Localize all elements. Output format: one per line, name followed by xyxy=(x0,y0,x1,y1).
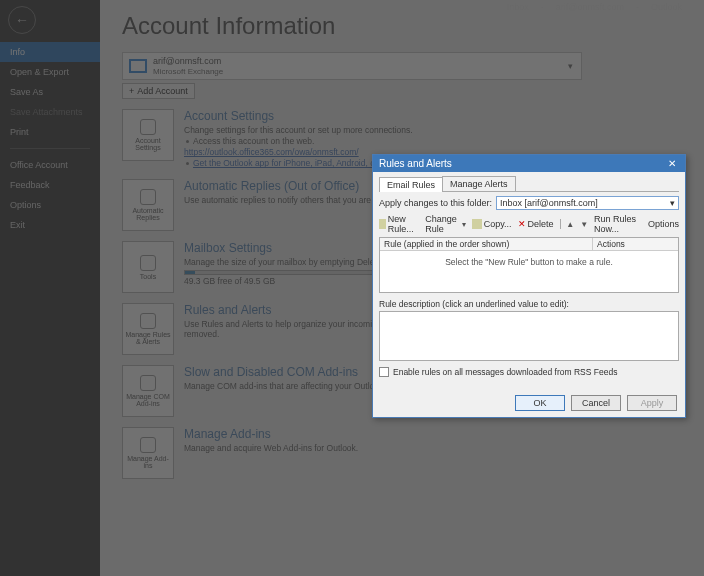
apply-button: Apply xyxy=(627,395,677,411)
tab-manage-alerts[interactable]: Manage Alerts xyxy=(442,176,516,191)
tile-tools[interactable]: Tools xyxy=(122,241,174,293)
plus-icon: + xyxy=(129,86,134,96)
rules-icon xyxy=(140,313,156,329)
options-button[interactable]: Options xyxy=(648,219,679,229)
title-folder: Inbox xyxy=(507,2,529,16)
nav-info[interactable]: Info xyxy=(0,42,100,62)
rules-toolbar: New Rule... Change Rule▾ Copy... ✕Delete… xyxy=(379,214,679,234)
close-icon[interactable]: ✕ xyxy=(665,158,679,169)
cancel-button[interactable]: Cancel xyxy=(571,395,621,411)
tab-email-rules[interactable]: Email Rules xyxy=(379,177,443,192)
tile-rules-alerts[interactable]: Manage Rules & Alerts xyxy=(122,303,174,355)
backstage-sidebar: ← Info Open & Export Save As Save Attach… xyxy=(0,0,100,576)
globe-icon xyxy=(140,437,156,453)
reply-icon xyxy=(140,189,156,205)
chevron-down-icon: ▾ xyxy=(568,61,573,71)
addin-icon xyxy=(140,375,156,391)
nav-office-account[interactable]: Office Account xyxy=(0,155,100,175)
rule-description-label: Rule description (click an underlined va… xyxy=(379,299,679,309)
dialog-titlebar[interactable]: Rules and Alerts ✕ xyxy=(373,155,685,172)
new-rule-button[interactable]: New Rule... xyxy=(379,214,419,234)
account-selector[interactable]: arif@onmsft.com Microsoft Exchange ▾ xyxy=(122,52,582,80)
tile-com-addins[interactable]: Manage COM Add-ins xyxy=(122,365,174,417)
arrow-left-icon: ← xyxy=(15,12,29,28)
chevron-down-icon: ▾ xyxy=(670,198,675,208)
account-type: Microsoft Exchange xyxy=(153,67,223,77)
nav-save-attachments: Save Attachments xyxy=(0,102,100,122)
copy-rule-button[interactable]: Copy... xyxy=(472,219,512,229)
storage-bar xyxy=(184,270,384,275)
run-rules-button[interactable]: Run Rules Now... xyxy=(594,214,642,234)
title-account: arif@onmsft.com xyxy=(556,2,624,16)
move-down-button[interactable]: ▼ xyxy=(580,220,588,229)
nav-save-as[interactable]: Save As xyxy=(0,82,100,102)
rss-label: Enable rules on all messages downloaded … xyxy=(393,367,617,377)
title-app: Outlook xyxy=(651,2,682,16)
rules-empty-message: Select the "New Rule" button to make a r… xyxy=(380,251,678,273)
move-up-button[interactable]: ▲ xyxy=(566,220,574,229)
mail-icon xyxy=(129,59,147,73)
nav-open-export[interactable]: Open & Export xyxy=(0,62,100,82)
rules-and-alerts-dialog: Rules and Alerts ✕ Email Rules Manage Al… xyxy=(372,154,686,418)
tile-account-settings[interactable]: Account Settings xyxy=(122,109,174,161)
person-icon xyxy=(140,119,156,135)
ok-button[interactable]: OK xyxy=(515,395,565,411)
apply-folder-label: Apply changes to this folder: xyxy=(379,198,492,208)
rules-table: Rule (applied in the order shown) Action… xyxy=(379,237,679,293)
col-rule: Rule (applied in the order shown) xyxy=(380,238,593,250)
col-actions: Actions xyxy=(593,238,678,250)
tile-manage-addins[interactable]: Manage Add-ins xyxy=(122,427,174,479)
nav-print[interactable]: Print xyxy=(0,122,100,142)
owa-link[interactable]: https://outlook.office365.com/owa/onmsft… xyxy=(184,147,359,157)
delete-rule-button[interactable]: ✕Delete xyxy=(518,219,554,229)
account-email: arif@onmsft.com xyxy=(153,56,223,67)
rule-description-box xyxy=(379,311,679,361)
header-account-settings: Account Settings xyxy=(184,109,682,123)
dialog-title: Rules and Alerts xyxy=(379,158,452,169)
nav-feedback[interactable]: Feedback xyxy=(0,175,100,195)
header-manage-addins: Manage Add-ins xyxy=(184,427,682,441)
copy-icon xyxy=(472,219,482,229)
add-account-button[interactable]: + Add Account xyxy=(122,83,195,99)
tile-automatic-replies[interactable]: Automatic Replies xyxy=(122,179,174,231)
back-button[interactable]: ← xyxy=(8,6,36,34)
rss-checkbox[interactable] xyxy=(379,367,389,377)
change-rule-button[interactable]: Change Rule▾ xyxy=(425,214,465,234)
new-icon xyxy=(379,219,386,229)
nav-options[interactable]: Options xyxy=(0,195,100,215)
tools-icon xyxy=(140,255,156,271)
title-bar: Inbox - arif@onmsft.com - Outlook xyxy=(485,0,704,18)
apply-folder-select[interactable]: Inbox [arif@onmsft.com] ▾ xyxy=(496,196,679,210)
nav-exit[interactable]: Exit xyxy=(0,215,100,235)
